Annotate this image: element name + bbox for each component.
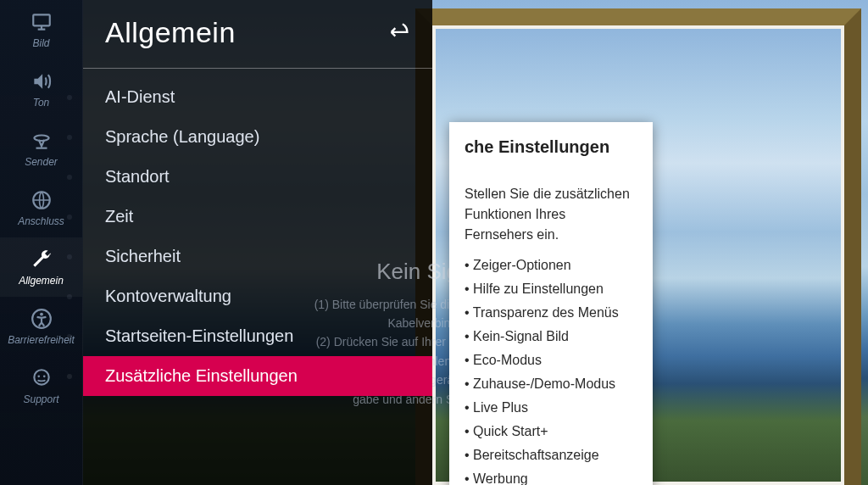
back-arrow-icon: [387, 20, 412, 41]
submenu-header: Allgemein: [83, 0, 432, 69]
back-button[interactable]: [381, 15, 417, 49]
settings-sidebar: Bild Ton Sender Anschluss Allgemein Barr…: [0, 0, 83, 485]
menu-item-ai-dienst[interactable]: AI-Dienst: [83, 77, 432, 117]
sidebar-item-label: Sender: [25, 156, 58, 168]
sidebar-item-anschluss[interactable]: Anschluss: [0, 178, 82, 237]
sidebar-item-label: Ton: [33, 97, 50, 109]
sidebar-item-label: Bild: [32, 37, 49, 49]
accessibility-icon: [29, 308, 54, 330]
help-list-item: Hilfe zu Einstellungen: [465, 277, 637, 301]
support-icon: [29, 367, 54, 389]
sidebar-item-label: Support: [23, 393, 58, 405]
menu-item-kontoverwaltung[interactable]: Kontoverwaltung: [83, 276, 432, 316]
sidebar-item-label: Anschluss: [18, 215, 64, 227]
display-icon: [29, 11, 54, 33]
help-list-item: Zeiger-Optionen: [465, 254, 637, 277]
help-tooltip: che Einstellungen Stellen Sie die zusätz…: [449, 122, 653, 485]
help-bullet-list: Zeiger-Optionen Hilfe zu Einstellungen T…: [465, 254, 637, 485]
help-list-item: Transparenz des Menüs: [465, 301, 637, 325]
sidebar-item-support[interactable]: Support: [0, 356, 82, 415]
dish-icon: [29, 130, 54, 152]
sidebar-item-label: Allgemein: [19, 275, 64, 287]
menu-item-sprache[interactable]: Sprache (Language): [83, 117, 432, 157]
sidebar-item-barrierefreiheit[interactable]: Barrierefreiheit: [0, 297, 82, 356]
help-list-item: Bereitschaftsanzeige: [465, 443, 637, 467]
menu-item-sicherheit[interactable]: Sicherheit: [83, 237, 432, 276]
sidebar-item-bild[interactable]: Bild: [0, 0, 82, 59]
menu-item-zusaetzliche-einstellungen[interactable]: Zusätzliche Einstellungen: [83, 356, 432, 396]
svg-point-7: [42, 375, 45, 377]
svg-point-6: [37, 375, 40, 377]
svg-rect-0: [33, 14, 50, 25]
help-list-item: Live Plus: [465, 396, 637, 420]
svg-point-1: [34, 135, 48, 141]
help-list-item: Werbung: [465, 467, 637, 485]
submenu-panel: Allgemein AI-Dienst Sprache (Language) S…: [83, 0, 432, 485]
help-title: che Einstellungen: [465, 137, 637, 157]
submenu-list: AI-Dienst Sprache (Language) Standort Ze…: [83, 72, 432, 401]
help-list-item: Zuhause-/Demo-Modus: [465, 372, 637, 396]
help-list-item: Eco-Modus: [465, 348, 637, 372]
sidebar-item-sender[interactable]: Sender: [0, 119, 82, 178]
sidebar-item-ton[interactable]: Ton: [0, 59, 82, 119]
menu-item-standort[interactable]: Standort: [83, 157, 432, 197]
submenu-title: Allgemein: [105, 16, 236, 49]
svg-point-4: [40, 312, 43, 315]
help-list-item: Quick Start+: [465, 420, 637, 443]
speaker-icon: [29, 70, 54, 92]
svg-point-5: [34, 370, 48, 384]
sidebar-item-allgemein[interactable]: Allgemein: [0, 237, 82, 297]
sidebar-item-label: Barrierefreiheit: [8, 334, 75, 346]
menu-item-startseiten-einstellungen[interactable]: Startseiten-Einstellungen: [83, 316, 432, 356]
help-description: Stellen Sie die zusätzlichen Funktionen …: [465, 184, 637, 245]
menu-item-zeit[interactable]: Zeit: [83, 197, 432, 237]
connectivity-icon: [29, 189, 54, 211]
help-list-item: Kein-Signal Bild: [465, 325, 637, 348]
wrench-icon: [29, 248, 54, 270]
